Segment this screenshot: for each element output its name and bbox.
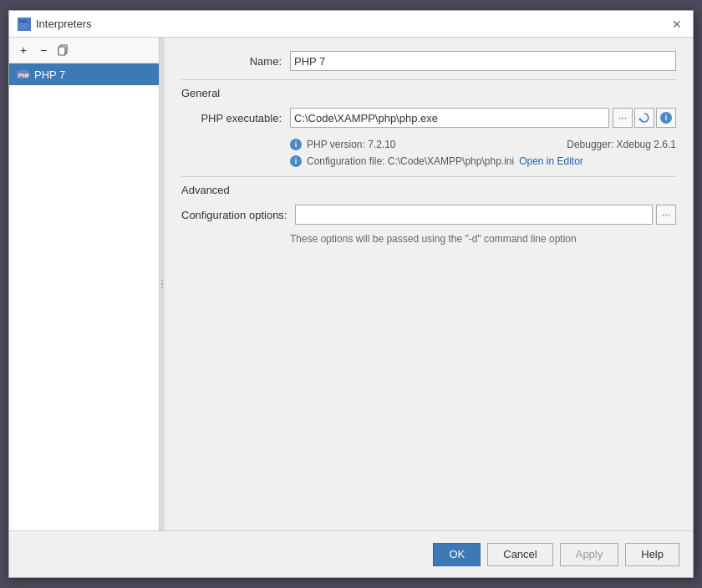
open-in-editor-link[interactable]: Open in Editor — [519, 155, 583, 167]
name-label: Name: — [181, 55, 290, 68]
copy-icon — [58, 44, 69, 56]
title-bar: Interpreters ✕ — [9, 11, 693, 38]
dialog-body: + − PHP — [9, 38, 693, 530]
name-row: Name: — [181, 51, 676, 71]
advanced-section-title: Advanced — [181, 184, 676, 196]
sidebar-toolbar: + − — [9, 38, 159, 63]
general-section-title: General — [181, 87, 676, 99]
advanced-divider — [181, 176, 676, 177]
svg-rect-4 — [58, 47, 65, 55]
reload-button[interactable] — [634, 108, 654, 128]
general-divider — [181, 79, 676, 80]
version-info-icon: i — [290, 139, 302, 150]
sidebar-item-php7[interactable]: PHP PHP 7 — [9, 63, 159, 85]
content-panel: Name: General PHP executable: ··· — [165, 38, 693, 530]
dialog-footer: OK Cancel Apply Help — [9, 530, 693, 577]
config-options-buttons: ··· — [656, 205, 676, 225]
php-icon: PHP — [16, 68, 29, 81]
config-file-text: Configuration file: C:\Code\XAMPP\php\ph… — [307, 155, 514, 167]
config-options-label: Configuration options: — [181, 209, 295, 221]
name-input[interactable] — [290, 51, 676, 71]
svg-rect-2 — [19, 20, 27, 23]
dialog-title: Interpreters — [36, 18, 91, 30]
debugger-text: Debugger: Xdebug 2.6.1 — [567, 139, 676, 150]
help-button[interactable]: Help — [625, 543, 679, 566]
info-icon: i — [660, 112, 672, 124]
cancel-button[interactable]: Cancel — [487, 543, 552, 566]
svg-marker-7 — [638, 118, 642, 120]
config-info-icon: i — [290, 155, 302, 167]
close-button[interactable]: ✕ — [669, 17, 684, 32]
php-version-text: PHP version: 7.2.10 — [307, 139, 396, 150]
php-executable-input[interactable] — [290, 108, 609, 128]
browse-config-button[interactable]: ··· — [656, 205, 676, 225]
svg-text:PHP: PHP — [18, 73, 29, 79]
copy-interpreter-button[interactable] — [54, 41, 73, 59]
reload-icon — [638, 112, 650, 124]
dialog-icon — [18, 18, 31, 31]
config-hint-text: These options will be passed using the "… — [181, 233, 676, 245]
config-options-input[interactable] — [295, 205, 653, 225]
apply-button[interactable]: Apply — [560, 543, 619, 566]
add-interpreter-button[interactable]: + — [14, 41, 33, 59]
sidebar-item-label: PHP 7 — [34, 68, 65, 81]
sidebar: + − PHP — [9, 38, 160, 530]
sidebar-list: PHP PHP 7 — [9, 63, 159, 530]
config-file-row: i Configuration file: C:\Code\XAMPP\php\… — [181, 153, 676, 170]
ok-button[interactable]: OK — [433, 543, 481, 566]
info-details-button[interactable]: i — [656, 108, 676, 128]
browse-executable-button[interactable]: ··· — [613, 108, 633, 128]
executable-buttons: ··· i — [613, 108, 676, 128]
config-options-row: Configuration options: ··· — [181, 205, 676, 225]
php-executable-row: PHP executable: ··· i — [181, 108, 676, 128]
interpreters-dialog: Interpreters ✕ + − — [8, 10, 694, 578]
title-bar-left: Interpreters — [18, 18, 91, 31]
version-debugger-info: PHP version: 7.2.10 Debugger: Xdebug 2.6… — [307, 139, 676, 150]
remove-interpreter-button[interactable]: − — [34, 41, 53, 59]
php-executable-label: PHP executable: — [181, 112, 290, 124]
php-version-row: i PHP version: 7.2.10 Debugger: Xdebug 2… — [181, 136, 676, 153]
